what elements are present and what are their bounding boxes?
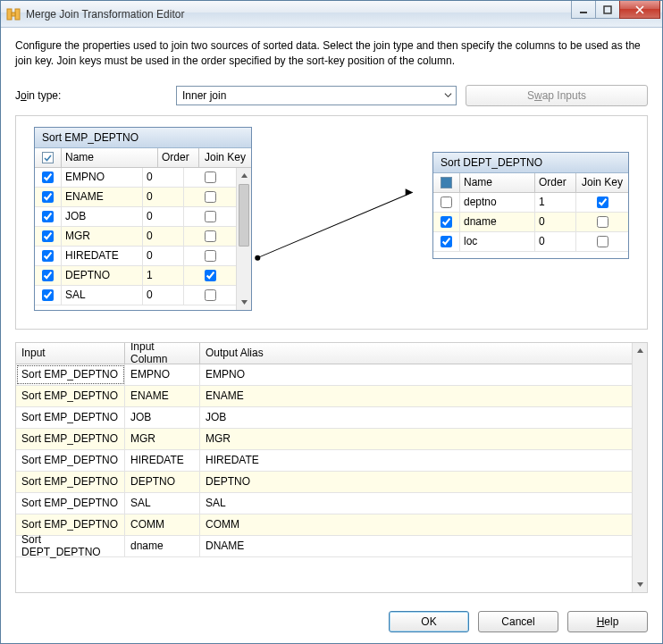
out-col[interactable]: DEPTNO — [125, 472, 200, 492]
out-alias[interactable]: ENAME — [200, 386, 275, 406]
out-input[interactable]: Sort EMP_DEPTNO — [16, 386, 125, 406]
row-check[interactable] — [35, 266, 62, 285]
row-joinkey[interactable] — [576, 232, 628, 251]
row-order[interactable]: 0 — [143, 188, 184, 206]
row-name[interactable]: HIREDATE — [62, 247, 143, 265]
out-input[interactable]: Sort EMP_DEPTNO — [16, 514, 125, 535]
right-header-jkey[interactable]: Join Key — [576, 173, 628, 192]
row-order[interactable]: 0 — [143, 247, 184, 265]
row-name[interactable]: MGR — [62, 227, 143, 246]
row-name[interactable]: DEPTNO — [62, 266, 143, 285]
output-row[interactable]: Sort EMP_DEPTNOJOBJOB — [16, 407, 632, 429]
right-header-check[interactable] — [433, 173, 460, 192]
out-alias[interactable]: EMPNO — [200, 364, 275, 385]
grid-row[interactable]: EMPNO0 — [35, 168, 236, 188]
right-header-name[interactable]: Name — [460, 173, 535, 192]
grid-row[interactable]: deptno1 — [433, 193, 628, 213]
out-input[interactable]: Sort EMP_DEPTNO — [16, 493, 125, 514]
left-header-check[interactable] — [35, 148, 62, 167]
out-col[interactable]: HIREDATE — [125, 450, 200, 471]
row-joinkey[interactable] — [184, 286, 236, 305]
row-name[interactable]: ENAME — [62, 188, 143, 206]
scroll-down-icon[interactable] — [237, 295, 251, 310]
output-row[interactable]: Sort EMP_DEPTNOMGRMGR — [16, 429, 632, 450]
ok-button[interactable]: OK — [389, 611, 469, 632]
scroll-thumb[interactable] — [239, 184, 249, 247]
maximize-button[interactable] — [595, 1, 620, 19]
output-row[interactable]: Sort EMP_DEPTNOCOMMCOMM — [16, 514, 632, 536]
out-alias[interactable]: HIREDATE — [200, 450, 275, 471]
out-input[interactable]: Sort EMP_DEPTNO — [16, 407, 125, 428]
right-header-order[interactable]: Order — [535, 173, 576, 192]
row-joinkey[interactable] — [184, 247, 236, 265]
row-check[interactable] — [35, 247, 62, 265]
row-name[interactable]: EMPNO — [62, 168, 143, 187]
row-order[interactable]: 0 — [535, 213, 576, 231]
cancel-button[interactable]: Cancel — [478, 611, 558, 632]
row-joinkey[interactable] — [184, 266, 236, 285]
output-row[interactable]: Sort EMP_DEPTNOHIREDATEHIREDATE — [16, 450, 632, 472]
out-col[interactable]: JOB — [125, 407, 200, 428]
out-input[interactable]: Sort EMP_DEPTNO — [16, 364, 125, 385]
out-col[interactable]: SAL — [125, 493, 200, 514]
swap-inputs-button[interactable]: Swap Inputs — [466, 85, 648, 106]
out-alias[interactable]: JOB — [200, 407, 275, 428]
row-order[interactable]: 0 — [143, 207, 184, 226]
out-alias[interactable]: DNAME — [200, 536, 275, 556]
left-header-name[interactable]: Name — [62, 148, 158, 167]
left-header-jkey[interactable]: Join Key — [199, 148, 251, 167]
row-joinkey[interactable] — [576, 193, 628, 212]
join-type-select[interactable]: Inner join — [176, 86, 457, 105]
output-row[interactable]: Sort DEPT_DEPTNOdnameDNAME — [16, 536, 632, 557]
output-row[interactable]: Sort EMP_DEPTNODEPTNODEPTNO — [16, 472, 632, 493]
row-order[interactable]: 0 — [535, 232, 576, 251]
left-scrollbar[interactable] — [236, 168, 251, 310]
grid-row[interactable]: JOB0 — [35, 207, 236, 227]
row-name[interactable]: JOB — [62, 207, 143, 226]
scroll-down-icon[interactable] — [633, 577, 647, 592]
row-joinkey[interactable] — [184, 207, 236, 226]
close-button[interactable] — [619, 1, 660, 19]
row-check[interactable] — [35, 286, 62, 305]
row-check[interactable] — [35, 227, 62, 246]
grid-row[interactable]: HIREDATE0 — [35, 247, 236, 266]
out-col[interactable]: COMM — [125, 514, 200, 535]
out-alias[interactable]: SAL — [200, 493, 275, 514]
row-check[interactable] — [433, 232, 460, 251]
output-row[interactable]: Sort EMP_DEPTNOENAMEENAME — [16, 386, 632, 407]
out-col[interactable]: MGR — [125, 429, 200, 449]
row-check[interactable] — [35, 168, 62, 187]
help-button[interactable]: Help — [567, 611, 648, 632]
row-joinkey[interactable] — [184, 188, 236, 206]
output-row[interactable]: Sort EMP_DEPTNOSALSAL — [16, 493, 632, 514]
grid-row[interactable]: MGR0 — [35, 227, 236, 247]
out-input[interactable]: Sort DEPT_DEPTNO — [16, 536, 125, 556]
output-header-alias[interactable]: Output Alias — [200, 343, 275, 364]
grid-row[interactable]: DEPTNO1 — [35, 266, 236, 286]
scroll-up-icon[interactable] — [237, 168, 251, 183]
out-col[interactable]: EMPNO — [125, 364, 200, 385]
row-check[interactable] — [35, 188, 62, 206]
grid-row[interactable]: ENAME0 — [35, 188, 236, 207]
output-header-col[interactable]: Input Column — [125, 343, 200, 364]
grid-row[interactable]: loc0 — [433, 232, 628, 252]
row-name[interactable]: dname — [460, 213, 535, 231]
out-alias[interactable]: DEPTNO — [200, 472, 275, 492]
left-header-order[interactable]: Order — [158, 148, 199, 167]
row-order[interactable]: 0 — [143, 227, 184, 246]
row-joinkey[interactable] — [576, 213, 628, 231]
output-row[interactable]: Sort EMP_DEPTNOEMPNOEMPNO — [16, 364, 632, 386]
row-name[interactable]: loc — [460, 232, 535, 251]
out-col[interactable]: ENAME — [125, 386, 200, 406]
output-scrollbar[interactable] — [632, 343, 647, 592]
row-check[interactable] — [35, 207, 62, 226]
out-col[interactable]: dname — [125, 536, 200, 556]
row-order[interactable]: 0 — [143, 286, 184, 305]
grid-row[interactable]: SAL0 — [35, 286, 236, 305]
row-order[interactable]: 1 — [143, 266, 184, 285]
output-header-input[interactable]: Input — [16, 343, 125, 364]
out-input[interactable]: Sort EMP_DEPTNO — [16, 450, 125, 471]
row-joinkey[interactable] — [184, 227, 236, 246]
grid-row[interactable]: dname0 — [433, 213, 628, 232]
titlebar[interactable]: Merge Join Transformation Editor — [1, 1, 662, 28]
